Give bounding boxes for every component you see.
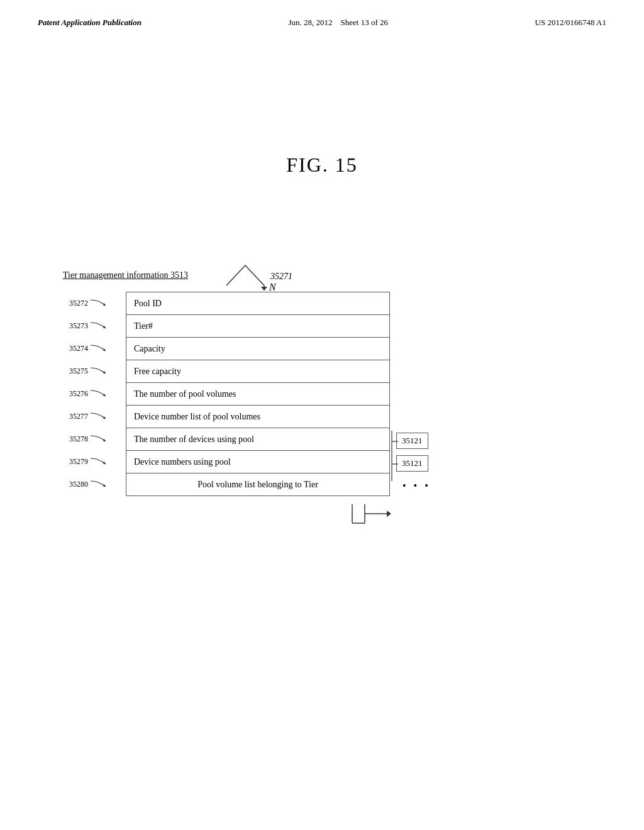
row-label-35275: 35275: [69, 365, 108, 377]
svg-text:35271: 35271: [270, 272, 292, 281]
row-label-35277: 35277: [69, 410, 108, 423]
row-label-35273: 35273: [69, 319, 108, 332]
main-table: Pool ID Tier# Capacity Free capacity The…: [126, 292, 390, 496]
cell-capacity: Capacity: [126, 338, 390, 360]
table-row: Device number list of pool volumes: [126, 406, 390, 428]
header-publication: Patent Application Publication: [38, 18, 142, 28]
cell-pool-vol-list: Pool volume list belonging to Tier: [126, 473, 390, 496]
cell-device-nums-using: Device numbers using pool: [126, 451, 390, 473]
cell-tier: Tier#: [126, 315, 390, 338]
table-row: Device numbers using pool: [126, 451, 390, 473]
row-label-35272: 35272: [69, 297, 108, 309]
cell-num-pool-volumes: The number of pool volumes: [126, 383, 390, 406]
content-area: Tier management information 3513 35271 N…: [63, 270, 579, 496]
row-label-35276: 35276: [69, 387, 108, 400]
side-box-35121-upper: 35121: [396, 433, 428, 449]
cell-free-capacity: Free capacity: [126, 360, 390, 383]
svg-marker-20: [387, 511, 391, 517]
table-row: The number of pool volumes: [126, 383, 390, 406]
section-label: Tier management information 3513: [63, 270, 579, 280]
dots-label: • • •: [402, 480, 431, 492]
table-row: The number of devices using pool: [126, 428, 390, 451]
table-row: Tier#: [126, 315, 390, 338]
row-label-35279: 35279: [69, 455, 108, 468]
side-box-35121-lower: 35121: [396, 455, 428, 472]
row-label-35280: 35280: [69, 478, 108, 490]
row-label-35278: 35278: [69, 433, 108, 445]
top-arrow-svg: 35271 N: [214, 260, 314, 290]
figure-title: FIG. 15: [0, 153, 644, 177]
table-row: Pool volume list belonging to Tier: [126, 473, 390, 496]
header-patent-number: US 2012/0166748 A1: [535, 18, 606, 28]
svg-text:N: N: [269, 282, 277, 290]
row-label-35274: 35274: [69, 342, 108, 355]
header-date-sheet: Jun. 28, 2012 Sheet 13 of 26: [288, 18, 388, 28]
table-row: Free capacity: [126, 360, 390, 383]
cell-num-devices-using: The number of devices using pool: [126, 428, 390, 451]
cell-device-num-list: Device number list of pool volumes: [126, 406, 390, 428]
table-row: Pool ID: [126, 292, 390, 315]
cell-pool-id: Pool ID: [126, 292, 390, 315]
page-header: Patent Application Publication Jun. 28, …: [0, 0, 644, 28]
svg-marker-1: [261, 287, 267, 290]
table-container: 35271 N 35272 35273 35274 35275: [69, 292, 579, 496]
table-row: Capacity: [126, 338, 390, 360]
bottom-bracket: [346, 504, 409, 529]
